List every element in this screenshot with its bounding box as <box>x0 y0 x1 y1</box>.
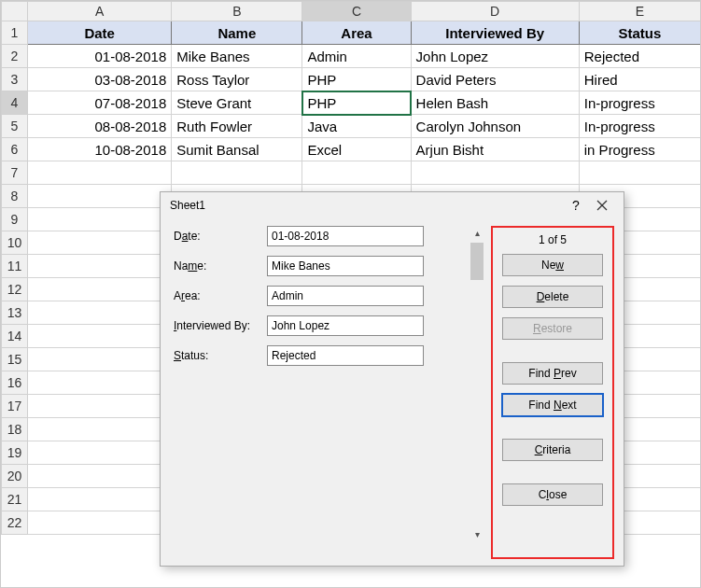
cell-D6[interactable]: Arjun Bisht <box>411 138 579 161</box>
field-label-date: Date: <box>174 230 267 243</box>
cell-A12[interactable] <box>28 278 172 301</box>
row-header-20[interactable]: 20 <box>2 465 28 488</box>
cell-E4[interactable]: In-progress <box>579 91 700 115</box>
cell-C5[interactable]: Java <box>302 115 411 138</box>
cell-D1[interactable]: Interviewed By <box>411 21 579 45</box>
col-header-A[interactable]: A <box>28 2 172 21</box>
cell-A20[interactable] <box>28 465 172 488</box>
row-header-14[interactable]: 14 <box>2 325 28 348</box>
cell-A4[interactable]: 07-08-2018 <box>28 91 172 115</box>
row-header-2[interactable]: 2 <box>2 45 28 68</box>
field-row-date: Date: <box>174 226 464 246</box>
cell-E3[interactable]: Hired <box>579 68 700 91</box>
cell-A13[interactable] <box>28 301 172 325</box>
cell-C6[interactable]: Excel <box>302 138 411 161</box>
help-icon[interactable]: ? <box>564 198 588 213</box>
row-header-6[interactable]: 6 <box>2 138 28 161</box>
cell-A5[interactable]: 08-08-2018 <box>28 115 172 138</box>
scroll-thumb[interactable] <box>470 243 484 280</box>
cell-B3[interactable]: Ross Taylor <box>172 68 302 91</box>
col-header-E[interactable]: E <box>579 2 700 21</box>
cell-C2[interactable]: Admin <box>302 45 411 68</box>
cell-A21[interactable] <box>28 488 172 511</box>
row-header-19[interactable]: 19 <box>2 441 28 465</box>
cell-C4[interactable]: PHP <box>302 91 411 115</box>
col-header-C[interactable]: C <box>302 2 411 21</box>
cell-D5[interactable]: Carolyn Johnson <box>411 115 579 138</box>
cell-A8[interactable] <box>28 185 172 208</box>
cell-A11[interactable] <box>28 255 172 278</box>
row-header-16[interactable]: 16 <box>2 371 28 395</box>
close-icon[interactable] <box>588 200 616 211</box>
cell-A16[interactable] <box>28 371 172 395</box>
cell-B5[interactable]: Ruth Fowler <box>172 115 302 138</box>
row-header-18[interactable]: 18 <box>2 418 28 441</box>
row-header-15[interactable]: 15 <box>2 348 28 371</box>
field-input-name[interactable] <box>267 256 424 276</box>
cell-D4[interactable]: Helen Bash <box>411 91 579 115</box>
row-header-11[interactable]: 11 <box>2 255 28 278</box>
row-header-22[interactable]: 22 <box>2 511 28 535</box>
close-button[interactable]: Close <box>502 483 603 506</box>
form-buttons-panel: 1 of 5 New Delete Restore Find Prev Find… <box>491 226 614 559</box>
col-header-D[interactable]: D <box>411 2 579 21</box>
cell-D3[interactable]: David Peters <box>411 68 579 91</box>
cell-E7[interactable] <box>579 161 700 185</box>
cell-B2[interactable]: Mike Banes <box>172 45 302 68</box>
cell-A14[interactable] <box>28 325 172 348</box>
cell-A18[interactable] <box>28 418 172 441</box>
cell-E1[interactable]: Status <box>579 21 700 45</box>
dialog-titlebar[interactable]: Sheet1 ? <box>161 192 624 217</box>
delete-button[interactable]: Delete <box>502 286 603 308</box>
cell-C3[interactable]: PHP <box>302 68 411 91</box>
cell-C7[interactable] <box>302 161 411 185</box>
row-header-4[interactable]: 4 <box>2 91 28 115</box>
field-input-interviewed[interactable] <box>267 315 424 336</box>
cell-E5[interactable]: In-progress <box>579 115 700 138</box>
row-header-13[interactable]: 13 <box>2 301 28 325</box>
cell-B6[interactable]: Sumit Bansal <box>172 138 302 161</box>
cell-A10[interactable] <box>28 231 172 255</box>
field-input-date[interactable] <box>267 226 424 246</box>
find-next-button[interactable]: Find Next <box>502 394 603 416</box>
scrollbar[interactable]: ▴ ▾ <box>470 226 485 543</box>
row-header-3[interactable]: 3 <box>2 68 28 91</box>
cell-A7[interactable] <box>28 161 172 185</box>
row-header-7[interactable]: 7 <box>2 161 28 185</box>
cell-A15[interactable] <box>28 348 172 371</box>
cell-E6[interactable]: in Progress <box>579 138 700 161</box>
restore-button: Restore <box>502 317 603 340</box>
cell-B1[interactable]: Name <box>172 21 302 45</box>
cell-A19[interactable] <box>28 441 172 465</box>
row-header-21[interactable]: 21 <box>2 488 28 511</box>
cell-A1[interactable]: Date <box>28 21 172 45</box>
cell-A2[interactable]: 01-08-2018 <box>28 45 172 68</box>
criteria-button[interactable]: Criteria <box>502 439 603 461</box>
cell-D2[interactable]: John Lopez <box>411 45 579 68</box>
row-header-17[interactable]: 17 <box>2 395 28 418</box>
cell-C1[interactable]: Area <box>302 21 411 45</box>
row-header-5[interactable]: 5 <box>2 115 28 138</box>
row-header-1[interactable]: 1 <box>2 21 28 45</box>
row-header-8[interactable]: 8 <box>2 185 28 208</box>
cell-A6[interactable]: 10-08-2018 <box>28 138 172 161</box>
row-header-10[interactable]: 10 <box>2 231 28 255</box>
cell-A9[interactable] <box>28 208 172 231</box>
field-input-status[interactable] <box>267 345 424 366</box>
cell-E2[interactable]: Rejected <box>579 45 700 68</box>
field-input-area[interactable] <box>267 286 424 306</box>
scroll-up-icon[interactable]: ▴ <box>470 226 485 242</box>
scroll-down-icon[interactable]: ▾ <box>470 527 485 543</box>
col-header-B[interactable]: B <box>172 2 302 21</box>
cell-A22[interactable] <box>28 511 172 535</box>
find-prev-button[interactable]: Find Prev <box>502 362 603 385</box>
cell-D7[interactable] <box>411 161 579 185</box>
cell-B7[interactable] <box>172 161 302 185</box>
new-button[interactable]: New <box>502 254 603 276</box>
cell-B4[interactable]: Steve Grant <box>172 91 302 115</box>
select-all[interactable] <box>2 2 28 21</box>
cell-A3[interactable]: 03-08-2018 <box>28 68 172 91</box>
row-header-9[interactable]: 9 <box>2 208 28 231</box>
cell-A17[interactable] <box>28 395 172 418</box>
row-header-12[interactable]: 12 <box>2 278 28 301</box>
